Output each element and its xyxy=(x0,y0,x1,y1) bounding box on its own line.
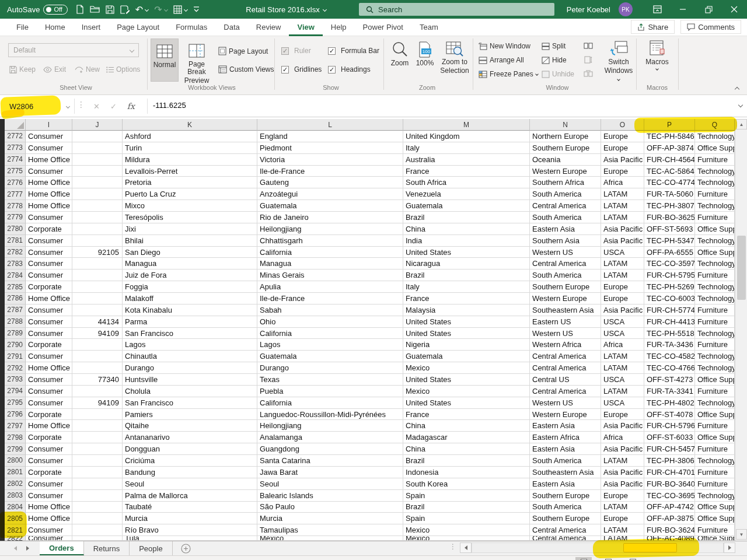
row-header-2803[interactable]: 2803 xyxy=(5,490,26,502)
cell-M2821[interactable]: Mexico xyxy=(403,524,530,536)
cell-L2799[interactable]: Guangdong xyxy=(257,443,403,455)
unhide-button[interactable]: Unhide xyxy=(542,70,574,78)
cell-M2778[interactable]: Guatemala xyxy=(403,200,530,212)
cell-K2775[interactable]: Levallois-Perret xyxy=(123,166,257,177)
cell-I2794[interactable]: Consumer xyxy=(26,386,72,397)
cell-M2804[interactable]: Brazil xyxy=(403,502,530,513)
cell-I2780[interactable]: Corporate xyxy=(26,223,72,235)
row-header-2797[interactable]: 2797 xyxy=(5,420,26,432)
cell-O2822[interactable]: LATAM xyxy=(601,536,644,541)
cell-P2785[interactable]: TEC-PH-5269 xyxy=(644,281,695,293)
comments-button[interactable]: Comments xyxy=(680,20,741,34)
cell-K2777[interactable]: Puerto La Cruz xyxy=(123,188,257,200)
cell-O2783[interactable]: LATAM xyxy=(601,258,644,270)
cell-I2779[interactable]: Consumer xyxy=(26,212,72,223)
table-tool-icon[interactable] xyxy=(173,5,187,14)
cell-I2792[interactable]: Home Office xyxy=(26,362,72,374)
cell-M2785[interactable]: Italy xyxy=(403,281,530,293)
cell-L2790[interactable]: Lagos xyxy=(257,339,403,351)
row-header-2781[interactable]: 2781 xyxy=(5,235,26,247)
cell-L2821[interactable]: Tamaulipas xyxy=(257,524,403,536)
tab-view[interactable]: View xyxy=(289,19,322,36)
cell-P2782[interactable]: OFF-PA-6555 xyxy=(644,247,695,258)
scroll-down-button[interactable]: ▼ xyxy=(736,529,747,540)
cell-M2795[interactable]: United States xyxy=(403,397,530,409)
cell-Q2803[interactable]: Technology xyxy=(695,490,735,502)
cell-P2798[interactable]: OFF-ST-6033 xyxy=(644,432,695,443)
column-header-K[interactable]: K xyxy=(123,119,257,131)
cell-O2794[interactable]: LATAM xyxy=(601,386,644,397)
cell-L2822[interactable]: México xyxy=(257,536,403,541)
row-header-2794[interactable]: 2794 xyxy=(5,386,26,397)
cell-L2781[interactable]: Chhattisgarh xyxy=(257,235,403,247)
page-layout-view-button[interactable]: Page Layout xyxy=(218,47,268,55)
cell-L2775[interactable]: Ile-de-France xyxy=(257,166,403,177)
cell-Q2772[interactable]: Technology xyxy=(695,131,735,142)
exit-sheet-view-button[interactable]: Exit xyxy=(43,65,66,74)
cell-J2791[interactable] xyxy=(72,351,123,362)
autosave-toggle[interactable]: AutoSave Off xyxy=(7,5,68,15)
cell-N2802[interactable]: Eastern Asia xyxy=(530,478,601,490)
cell-J2822[interactable] xyxy=(72,536,123,541)
cell-J2794[interactable] xyxy=(72,386,123,397)
arrange-all-button[interactable]: Arrange All xyxy=(479,56,524,64)
cell-N2799[interactable]: Eastern Asia xyxy=(530,443,601,455)
restore-button[interactable] xyxy=(696,0,721,19)
cell-O2800[interactable]: LATAM xyxy=(601,455,644,467)
cell-L2795[interactable]: California xyxy=(257,397,403,409)
tab-insert[interactable]: Insert xyxy=(74,19,109,36)
cell-O2799[interactable]: Asia Pacific xyxy=(601,443,644,455)
cell-O2782[interactable]: USCA xyxy=(601,247,644,258)
cell-N2775[interactable]: Western Europe xyxy=(530,166,601,177)
sheet-view-dropdown[interactable]: Default xyxy=(8,43,139,57)
cell-Q2787[interactable]: Furniture xyxy=(695,304,735,316)
cell-Q2784[interactable]: Furniture xyxy=(695,270,735,281)
cell-O2796[interactable]: Europe xyxy=(601,409,644,421)
cell-L2802[interactable]: Seoul xyxy=(257,478,403,490)
row-header-2793[interactable]: 2793 xyxy=(5,374,26,386)
share-button[interactable]: Share xyxy=(631,20,675,34)
cell-J2792[interactable] xyxy=(72,362,123,374)
cell-P2783[interactable]: TEC-CO-3597 xyxy=(644,258,695,270)
cell-I2783[interactable]: Consumer xyxy=(26,258,72,270)
cell-N2785[interactable]: Southern Europe xyxy=(530,281,601,293)
cell-M2772[interactable]: United Kingdom xyxy=(403,131,530,142)
cell-M2790[interactable]: Nigeria xyxy=(403,339,530,351)
cell-P2779[interactable]: FUR-BO-3625 xyxy=(644,212,695,223)
cell-I2789[interactable]: Consumer xyxy=(26,328,72,340)
save-icon[interactable] xyxy=(106,5,114,14)
cell-N2773[interactable]: Southern Europe xyxy=(530,142,601,154)
cell-K2792[interactable]: Durango xyxy=(123,362,257,374)
cell-N2779[interactable]: South America xyxy=(530,212,601,223)
horizontal-scroll-thumb[interactable] xyxy=(623,543,677,552)
cell-Q2799[interactable]: Furniture xyxy=(695,443,735,455)
cell-K2773[interactable]: Turin xyxy=(123,142,257,154)
cell-N2794[interactable]: Central America xyxy=(530,386,601,397)
redo-button[interactable]: ↷ xyxy=(154,4,167,15)
cell-M2774[interactable]: Australia xyxy=(403,154,530,166)
cell-O2804[interactable]: LATAM xyxy=(601,502,644,513)
cell-P2804[interactable]: OFF-AP-4742 xyxy=(644,502,695,513)
cell-J2803[interactable] xyxy=(72,490,123,502)
cell-P2801[interactable]: FUR-CH-4701 xyxy=(644,467,695,478)
hide-button[interactable]: Hide xyxy=(542,56,567,64)
cell-Q2778[interactable]: Technology xyxy=(695,200,735,212)
cell-M2783[interactable]: Nicaragua xyxy=(403,258,530,270)
cell-N2798[interactable]: Eastern Africa xyxy=(530,432,601,443)
cell-K2793[interactable]: Huntsville xyxy=(123,374,257,386)
cell-J2777[interactable] xyxy=(72,188,123,200)
synchronous-scrolling-icon[interactable] xyxy=(584,56,593,64)
cell-K2785[interactable]: Foggia xyxy=(123,281,257,293)
cell-N2782[interactable]: Western US xyxy=(530,247,601,258)
reset-window-position-icon[interactable] xyxy=(584,70,593,78)
cell-J2773[interactable] xyxy=(72,142,123,154)
search-input[interactable]: Search xyxy=(359,3,554,16)
cell-Q2788[interactable]: Furniture xyxy=(695,316,735,328)
vertical-scroll-thumb[interactable] xyxy=(737,236,746,300)
cell-O2805[interactable]: Europe xyxy=(601,513,644,524)
cell-N2791[interactable]: Central America xyxy=(530,351,601,362)
cell-M2773[interactable]: Italy xyxy=(403,142,530,154)
cell-P2800[interactable]: TEC-PH-3806 xyxy=(644,455,695,467)
cell-Q2802[interactable]: Furniture xyxy=(695,478,735,490)
zoom-100-button[interactable]: 100 100% xyxy=(413,41,437,67)
